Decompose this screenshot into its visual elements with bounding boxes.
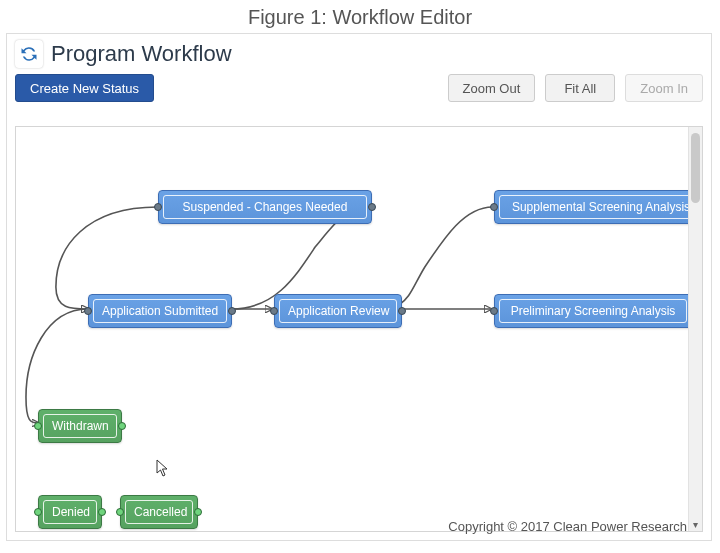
toolbar: Create New Status Zoom Out Fit All Zoom … xyxy=(7,70,711,110)
vertical-scrollbar[interactable]: ▾ xyxy=(688,127,702,531)
port-in[interactable] xyxy=(490,307,498,315)
node-label: Application Review xyxy=(279,299,397,323)
node-review[interactable]: Application Review xyxy=(274,294,402,328)
port-in[interactable] xyxy=(490,203,498,211)
mouse-cursor-icon xyxy=(156,459,170,477)
node-label: Withdrawn xyxy=(43,414,117,438)
refresh-icon xyxy=(15,40,43,68)
node-label: Cancelled xyxy=(125,500,193,524)
workflow-canvas[interactable]: Suspended - Changes Needed Supplemental … xyxy=(16,127,702,531)
port-in[interactable] xyxy=(154,203,162,211)
node-label: Supplemental Screening Analysis xyxy=(499,195,702,219)
chevron-down-icon[interactable]: ▾ xyxy=(690,519,700,529)
scrollbar-thumb[interactable] xyxy=(691,133,700,203)
node-label: Preliminary Screening Analysis xyxy=(499,299,687,323)
node-suspended[interactable]: Suspended - Changes Needed xyxy=(158,190,372,224)
port-out[interactable] xyxy=(194,508,202,516)
port-in[interactable] xyxy=(116,508,124,516)
copyright-text: Copyright © 2017 Clean Power Research xyxy=(448,519,687,534)
port-in[interactable] xyxy=(84,307,92,315)
port-in[interactable] xyxy=(34,422,42,430)
node-preliminary[interactable]: Preliminary Screening Analysis xyxy=(494,294,692,328)
node-supplemental[interactable]: Supplemental Screening Analysis xyxy=(494,190,702,224)
port-out[interactable] xyxy=(228,307,236,315)
node-cancelled[interactable]: Cancelled xyxy=(120,495,198,529)
port-out[interactable] xyxy=(118,422,126,430)
node-submitted[interactable]: Application Submitted xyxy=(88,294,232,328)
app-frame: Program Workflow Create New Status Zoom … xyxy=(6,33,712,541)
node-denied[interactable]: Denied xyxy=(38,495,102,529)
port-in[interactable] xyxy=(270,307,278,315)
port-in[interactable] xyxy=(34,508,42,516)
port-out[interactable] xyxy=(398,307,406,315)
edges-layer xyxy=(16,127,702,531)
zoom-out-button[interactable]: Zoom Out xyxy=(448,74,536,102)
port-out[interactable] xyxy=(368,203,376,211)
page-title: Program Workflow xyxy=(51,41,232,67)
fit-all-button[interactable]: Fit All xyxy=(545,74,615,102)
header: Program Workflow xyxy=(7,34,711,70)
node-label: Denied xyxy=(43,500,97,524)
node-label: Application Submitted xyxy=(93,299,227,323)
canvas-wrap: Suspended - Changes Needed Supplemental … xyxy=(15,126,703,532)
create-new-status-button[interactable]: Create New Status xyxy=(15,74,154,102)
node-withdrawn[interactable]: Withdrawn xyxy=(38,409,122,443)
node-label: Suspended - Changes Needed xyxy=(163,195,367,219)
figure-caption: Figure 1: Workflow Editor xyxy=(0,0,720,33)
port-out[interactable] xyxy=(98,508,106,516)
zoom-in-button: Zoom In xyxy=(625,74,703,102)
